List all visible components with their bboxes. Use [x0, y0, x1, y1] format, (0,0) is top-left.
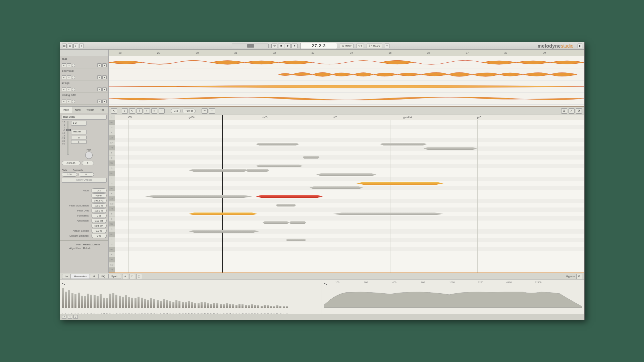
tracks-timeline[interactable]: 282930313233343536373839: [109, 50, 584, 56]
gear-icon[interactable]: ⚙: [576, 108, 582, 114]
pitch-offset-value[interactable]: 0.00: [62, 172, 77, 177]
record-button[interactable]: ●: [291, 44, 298, 48]
piano-key[interactable]: B: [109, 181, 115, 186]
prop-value[interactable]: 0 %: [91, 234, 107, 238]
split-tool-icon[interactable]: ✂: [202, 108, 208, 114]
tab-note[interactable]: Note: [72, 107, 84, 113]
track-link-icon[interactable]: ⚭: [102, 75, 107, 79]
harmonic-bar[interactable]: [71, 293, 73, 308]
note-canvas[interactable]: C5g-/Bbc-/Gd-7g-add4g-7: [115, 115, 584, 273]
track-wave-row[interactable]: [109, 93, 584, 105]
track-item[interactable]: strings M S ✎ ⚭: [60, 80, 108, 93]
master-solo-button[interactable]: S: [71, 140, 87, 144]
note-blob[interactable]: [289, 221, 306, 224]
harmonic-bar[interactable]: [175, 300, 177, 308]
piano-key[interactable]: G 3: [109, 201, 115, 206]
link-icon[interactable]: ⚭: [122, 274, 128, 279]
harmonic-bar[interactable]: [194, 303, 196, 308]
note-blob[interactable]: [256, 165, 303, 167]
apply-offsets-button[interactable]: Apply Offsets: [62, 178, 107, 183]
harmonic-bar[interactable]: [97, 296, 99, 308]
piano-ruler[interactable]: CBbBAAbG 4F#FEEbDDbCBBbAAbG 3F#FEEbDDbCB…: [109, 115, 115, 273]
harmonic-bar[interactable]: [78, 293, 80, 308]
track-wave-row[interactable]: [109, 68, 584, 80]
harmonic-bar[interactable]: [103, 298, 105, 308]
harmonic-bar[interactable]: [169, 301, 171, 308]
mute-button[interactable]: M: [62, 75, 66, 79]
harmonic-bar[interactable]: [84, 296, 86, 308]
piano-key[interactable]: B: [109, 125, 115, 130]
harmonic-bar[interactable]: [210, 304, 212, 308]
piano-key[interactable]: E: [109, 156, 115, 161]
track-name-field[interactable]: lead vocal: [62, 115, 107, 120]
mute-button[interactable]: M: [62, 63, 66, 67]
harmonic-bar[interactable]: [185, 302, 187, 308]
harmonic-bar[interactable]: [166, 300, 168, 308]
prop-value[interactable]: 0 ct: [91, 214, 107, 218]
harmonic-bar[interactable]: [172, 302, 174, 308]
harmonics-panel[interactable]: ●▼ 1234567891011121314151617181920212223…: [60, 280, 322, 314]
piano-key[interactable]: F#: [109, 206, 115, 212]
mute-button[interactable]: M: [62, 100, 66, 103]
piano-key[interactable]: Bb: [109, 186, 115, 191]
arrow-tool-icon[interactable]: ↖: [111, 108, 117, 114]
note-blob[interactable]: [357, 182, 444, 185]
panel-gear-icon[interactable]: ⚙: [576, 274, 582, 279]
tab-track[interactable]: Track: [60, 107, 72, 113]
harmonic-bar[interactable]: [267, 305, 269, 308]
harmonic-bar[interactable]: [204, 302, 206, 308]
eq-panel[interactable]: ●▼ 10020040080016003200640012800: [322, 280, 584, 314]
solo-button[interactable]: S: [67, 87, 71, 91]
harmonic-bar[interactable]: [109, 294, 111, 308]
record-arm-button[interactable]: [72, 88, 75, 91]
harmonic-bar[interactable]: [131, 298, 133, 308]
harmonic-bar[interactable]: [147, 300, 149, 308]
harmonic-bar[interactable]: [198, 303, 200, 308]
piano-key[interactable]: Eb: [109, 161, 115, 166]
footer-btn[interactable]: ⬚: [68, 315, 72, 319]
harmonic-bar[interactable]: [276, 305, 278, 308]
piano-key[interactable]: A: [109, 191, 115, 196]
piano-key[interactable]: F#: [109, 267, 115, 273]
meter-icon[interactable]: ⫾: [79, 44, 84, 48]
pitch-tool-icon[interactable]: ♪: [122, 108, 128, 114]
harmonic-bar[interactable]: [279, 306, 281, 308]
piano-key[interactable]: C: [109, 237, 115, 242]
track-wave-row[interactable]: [109, 56, 584, 68]
piano-key[interactable]: C: [109, 115, 115, 120]
harmonic-bar[interactable]: [248, 305, 250, 308]
piano-key[interactable]: Bb: [109, 247, 115, 252]
harmonic-bar[interactable]: [232, 304, 234, 308]
tab-file[interactable]: File: [96, 107, 108, 113]
prop-value[interactable]: 0.0 %: [91, 229, 107, 233]
harmonic-bar[interactable]: [163, 299, 165, 308]
note-blob[interactable]: [286, 239, 306, 241]
piano-key[interactable]: Ab: [109, 135, 115, 140]
harmonic-bar[interactable]: [223, 304, 225, 308]
harmonic-bar[interactable]: [261, 306, 263, 308]
harmonic-bar[interactable]: [125, 295, 127, 308]
harmonic-bar[interactable]: [207, 303, 209, 308]
record-arm-button[interactable]: [72, 100, 75, 103]
formants-offset-value[interactable]: 0: [78, 172, 94, 177]
track-edit-icon[interactable]: ✎: [97, 87, 102, 91]
harmonic-bar[interactable]: [201, 302, 203, 308]
piano-key[interactable]: F: [109, 212, 115, 217]
bypass-label[interactable]: Bypass: [566, 275, 575, 278]
harmonic-bar[interactable]: [128, 297, 130, 308]
prop-value[interactable]: Note Off: [91, 224, 107, 228]
snap-icon[interactable]: ⊞: [561, 108, 567, 114]
tune-icon[interactable]: ♪: [73, 44, 78, 48]
volume-slider[interactable]: [232, 44, 269, 48]
note-blob[interactable]: [189, 230, 259, 233]
harmonic-bar[interactable]: [62, 288, 64, 308]
harmonic-bar[interactable]: [188, 301, 190, 308]
piano-key[interactable]: Ab: [109, 257, 115, 262]
solo-button[interactable]: S: [67, 63, 71, 67]
prop-value[interactable]: +19 ct: [91, 193, 107, 198]
harmonic-bar[interactable]: [112, 293, 114, 308]
harmonic-bar[interactable]: [87, 294, 89, 308]
timesig-display[interactable]: 4/4: [356, 44, 364, 48]
menu-icon[interactable]: ▮: [578, 44, 582, 48]
note-blob[interactable]: [380, 143, 427, 145]
